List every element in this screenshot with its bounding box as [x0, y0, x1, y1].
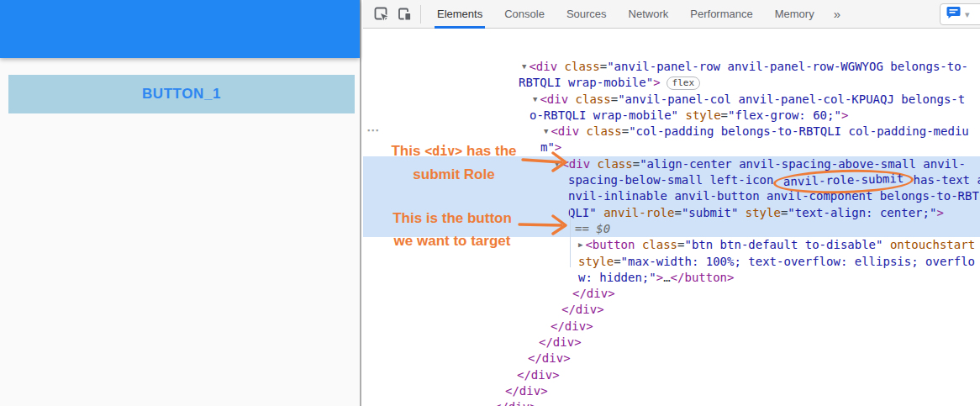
annotation-target-button: This is the button we want to target — [374, 207, 530, 252]
code-token: <button — [585, 238, 635, 251]
code-token: <div — [551, 124, 579, 138]
code-token: class — [576, 92, 611, 106]
code-token: ▼ — [522, 62, 526, 71]
tab-performance[interactable]: Performance — [679, 0, 763, 29]
code-token: "submit" — [682, 206, 738, 219]
code-token: </div> — [551, 319, 593, 333]
code-token — [579, 124, 586, 138]
code-line[interactable]: nvil-inlinable anvil-button anvil-compon… — [363, 188, 980, 204]
code-token: "anvil-panel-col anvil-panel-col-KPUAQJ … — [618, 92, 965, 106]
rendered-page-pane: BUTTON_1 — [0, 0, 361, 406]
code-token: $0 — [596, 222, 610, 235]
code-line[interactable]: </div> — [363, 302, 980, 318]
tab-network[interactable]: Network — [618, 0, 680, 29]
code-line[interactable]: </div> — [363, 319, 980, 335]
code-token: ▼ — [533, 95, 537, 103]
code-token: == — [575, 222, 596, 235]
code-token: anvil-role — [603, 206, 674, 219]
code-token: </button> — [671, 271, 735, 284]
code-token: </div> — [517, 368, 560, 382]
flex-badge[interactable]: flex — [667, 76, 701, 90]
code-token: <div — [540, 92, 568, 106]
code-token: </div> — [505, 384, 548, 398]
code-token: RBTQLI wrap-mobile" — [519, 76, 653, 89]
code-line[interactable]: </div> — [363, 286, 980, 302]
code-token: style — [685, 108, 720, 122]
code-line[interactable]: o-RBTQLI wrap-mobile" style="flex-grow: … — [363, 108, 980, 124]
code-token: <div — [529, 60, 557, 73]
annotation-submit-role: This <div> has the submit Role — [376, 140, 532, 186]
code-token: </div> — [494, 400, 537, 406]
code-token: class — [587, 124, 622, 138]
code-token: has-text a — [906, 173, 980, 187]
code-token: nvil-inlinable anvil-button anvil-compon… — [568, 189, 979, 203]
code-token: class — [598, 157, 633, 171]
code-token: ontouchstart — [890, 238, 975, 251]
code-token: = — [614, 255, 620, 268]
code-line[interactable]: ▼<div class="anvil-panel-col anvil-panel… — [363, 92, 980, 108]
code-token: > — [653, 76, 660, 89]
code-line[interactable]: w: hidden;">…</button> — [363, 270, 980, 286]
code-token — [635, 238, 641, 251]
code-line[interactable]: </div> — [363, 351, 980, 366]
code-token: "anvil-panel-row anvil-panel-row-WGWYOG … — [607, 60, 968, 73]
code-token: style — [746, 206, 781, 219]
code-token: … — [663, 271, 670, 284]
code-token — [590, 157, 597, 171]
page-header-bar — [0, 0, 360, 58]
code-token — [568, 92, 575, 106]
code-token — [738, 206, 745, 219]
code-token: = — [633, 157, 640, 171]
code-token: "flex-grow: 60;" — [728, 108, 841, 122]
code-token: > — [841, 108, 848, 122]
console-drawer-button[interactable]: ▾ — [940, 3, 980, 25]
code-token: "align-center anvil-spacing-above-small … — [640, 157, 966, 171]
code-token: "col-padding belongs-to-RBTQLI col-paddi… — [629, 124, 969, 138]
code-line[interactable]: </div> — [363, 335, 980, 351]
code-token: class — [642, 238, 677, 251]
code-token: = — [721, 108, 728, 122]
tab-elements[interactable]: Elements — [426, 0, 493, 29]
annotation-arrow-submit-div — [521, 151, 573, 173]
code-token: > — [656, 271, 663, 284]
code-token: = — [674, 206, 681, 219]
code-line[interactable]: RBTQLI wrap-mobile">flex — [363, 75, 980, 91]
code-token: = — [622, 124, 629, 138]
code-token: "text-align: center;" — [788, 206, 936, 219]
code-token: = — [611, 92, 618, 106]
code-token: o-RBTQLI wrap-mobile" — [530, 108, 678, 122]
device-toolbar-icon[interactable] — [393, 3, 417, 26]
code-line[interactable]: </div> — [363, 399, 980, 406]
code-token: = — [600, 60, 607, 73]
devtools-panel: Elements Console Sources Network Perform… — [363, 0, 980, 406]
tab-console[interactable]: Console — [493, 0, 556, 29]
chat-bubble-icon — [946, 6, 961, 23]
button-1[interactable]: BUTTON_1 — [8, 75, 355, 113]
more-tabs-icon[interactable]: » — [825, 7, 849, 21]
code-token: "btn btn-default to-disable" — [684, 238, 883, 251]
chevron-down-icon: ▾ — [965, 9, 970, 20]
code-token: > — [936, 206, 943, 219]
tab-sources[interactable]: Sources — [556, 0, 618, 29]
code-token: class — [565, 60, 600, 73]
devtools-toolbar: Elements Console Sources Network Perform… — [363, 0, 980, 29]
code-token — [557, 60, 564, 73]
gutter-ellipsis[interactable]: ⋯ — [366, 123, 380, 138]
code-line[interactable]: style="max-width: 100%; text-overflow: e… — [363, 254, 980, 270]
code-line[interactable]: ▼<div class="anvil-panel-row anvil-panel… — [363, 59, 980, 75]
code-token — [883, 238, 889, 251]
code-token: </div> — [561, 303, 604, 316]
code-token — [597, 206, 603, 219]
code-line[interactable]: ▼<div class="col-padding belongs-to-RBTQ… — [363, 124, 980, 140]
code-token: w: hidden;" — [578, 271, 656, 284]
code-token: </div> — [572, 287, 615, 300]
code-token: </div> — [528, 351, 571, 365]
code-token: ▶ — [578, 240, 582, 249]
code-line[interactable]: </div> — [363, 383, 980, 399]
code-token: </div> — [539, 335, 582, 349]
code-line[interactable]: </div> — [363, 367, 980, 383]
code-token: style — [578, 255, 614, 268]
code-token: ▼ — [544, 127, 548, 135]
tab-memory[interactable]: Memory — [764, 0, 825, 29]
inspect-element-icon[interactable] — [370, 3, 393, 26]
